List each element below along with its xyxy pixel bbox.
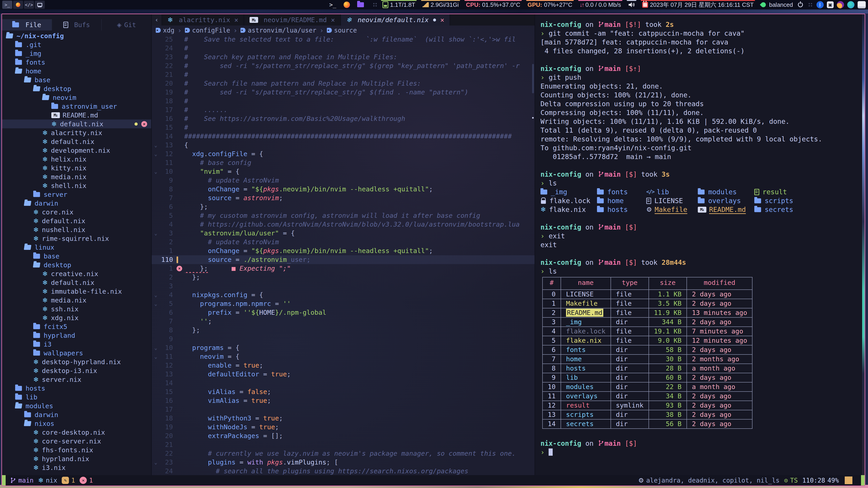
tree-item-label: rime-squirrel.nix bbox=[42, 235, 109, 242]
workspace-monitor-icon[interactable] bbox=[35, 1, 45, 9]
code-text: # ...... bbox=[184, 105, 535, 114]
screen-icon[interactable]: ▣ bbox=[827, 1, 834, 8]
bluetooth-icon[interactable]: ᛒ bbox=[816, 1, 824, 8]
buffer-tab[interactable]: M↓neovim/README.md× bbox=[244, 14, 341, 26]
tree-item[interactable]: darwin bbox=[2, 199, 151, 207]
tree-item[interactable]: ❄default.nix bbox=[2, 137, 151, 146]
diagnostic-errors[interactable]: × 1 bbox=[80, 477, 93, 484]
tree-item[interactable]: lib bbox=[2, 393, 151, 401]
tree-item[interactable]: ❄core-desktop.nix bbox=[2, 428, 151, 437]
tree-item[interactable]: .git bbox=[2, 40, 151, 49]
breadcrumb-item[interactable]: source bbox=[327, 27, 357, 34]
buffer-tab[interactable]: ❄alacritty.nix× bbox=[162, 14, 244, 26]
tree-item[interactable]: i3 bbox=[2, 340, 151, 349]
tabline-back-button[interactable]: ‹ bbox=[152, 14, 162, 26]
tree-item[interactable]: nixos bbox=[2, 419, 151, 428]
tree-item[interactable]: ❄default.nix bbox=[2, 217, 151, 225]
gutter-sign bbox=[177, 449, 184, 458]
terminal-scrollbar[interactable] bbox=[862, 14, 865, 475]
tree-item[interactable]: ❄development.nix bbox=[2, 146, 151, 155]
tree-item[interactable]: hosts bbox=[2, 384, 151, 393]
cpu-usage: CPU:01.5%+37.0°C bbox=[462, 0, 524, 9]
launcher-terminal[interactable]: >_ bbox=[326, 0, 340, 9]
tree-item[interactable]: ❄i3.nix bbox=[2, 463, 151, 472]
tree-item[interactable]: neovim bbox=[2, 93, 151, 102]
editor-scrollbar[interactable] bbox=[532, 64, 534, 93]
breadcrumb-item[interactable]: configFile bbox=[185, 27, 230, 34]
tree-tab-file[interactable]: File bbox=[2, 19, 52, 31]
tree-item[interactable]: ~/nix-config bbox=[2, 31, 151, 40]
tree-item[interactable]: server bbox=[2, 190, 151, 199]
breadcrumb-item[interactable]: xdg bbox=[156, 27, 175, 34]
tree-item[interactable]: hyprland bbox=[2, 331, 151, 340]
tree-item[interactable]: ❄shell.nix bbox=[2, 181, 151, 190]
ls-entry-label: scripts bbox=[765, 196, 793, 205]
workspace-terminal-icon[interactable]: >_ bbox=[2, 1, 12, 9]
breadcrumb-item[interactable]: astronvim/lua/user bbox=[241, 27, 316, 34]
volume-control[interactable] bbox=[625, 0, 639, 9]
tree-item[interactable]: ❄rime-squirrel.nix bbox=[2, 234, 151, 243]
tree-item[interactable]: home bbox=[2, 67, 151, 75]
diagnostic-modified[interactable]: ✎ 1 bbox=[62, 477, 75, 484]
tree-item[interactable]: M↓README.md bbox=[2, 111, 151, 120]
terminal-pane[interactable]: nix-config on main [$!] took 2s› git com… bbox=[535, 14, 865, 475]
tree-item[interactable]: desktop bbox=[2, 84, 151, 93]
tree-item[interactable]: ❄hyprland.nix bbox=[2, 454, 151, 463]
firefox-icon[interactable] bbox=[340, 0, 353, 9]
tree-item[interactable]: ❄immutable-file.nix bbox=[2, 287, 151, 296]
code-line: ⌄3 "astronvim/lua/user" = { bbox=[152, 229, 535, 238]
power-profile[interactable]: balanced bbox=[757, 0, 807, 9]
gutter-sign bbox=[177, 299, 184, 308]
tree-item[interactable]: ❄ssh.nix bbox=[2, 304, 151, 313]
code-line: 9 bbox=[152, 335, 535, 344]
tree-item[interactable]: ❄desktop-hyprland.nix bbox=[2, 357, 151, 366]
tree-item[interactable]: desktop bbox=[2, 260, 151, 269]
tree-tab-git[interactable]: ◈Git bbox=[102, 19, 151, 31]
tree-item[interactable]: _img bbox=[2, 49, 151, 58]
tree-item[interactable]: ❄core.nix bbox=[2, 207, 151, 217]
tree-item[interactable]: ❄desktop-i3.nix bbox=[2, 366, 151, 375]
tree-item[interactable]: ❄fhs-fonts.nix bbox=[2, 446, 151, 454]
shell-output: To github.com:ryan4yin/nix-config.git bbox=[540, 143, 865, 152]
gutter-sign bbox=[177, 317, 184, 326]
workspace-firefox-icon[interactable] bbox=[13, 1, 23, 9]
tree-item[interactable]: modules bbox=[2, 401, 151, 410]
close-icon[interactable]: × bbox=[234, 16, 238, 24]
code-area[interactable]: 25# Save the selected text to a file: `:… bbox=[152, 35, 535, 475]
v2raya-icon[interactable] bbox=[847, 1, 855, 8]
tree-item[interactable]: base bbox=[2, 252, 151, 260]
flameshot-icon[interactable] bbox=[837, 1, 844, 8]
tree-item[interactable]: base bbox=[2, 75, 151, 84]
tree-item[interactable]: linux bbox=[2, 243, 151, 252]
tree-item[interactable]: darwin bbox=[2, 410, 151, 419]
close-icon[interactable]: × bbox=[440, 16, 444, 24]
tree-item[interactable]: astronvim_user bbox=[2, 102, 151, 111]
error-icon: × bbox=[80, 477, 87, 484]
git-branch[interactable]: main bbox=[10, 477, 33, 484]
tree-item[interactable]: ❄creative.nix bbox=[2, 269, 151, 278]
tree-item[interactable]: wallpapers bbox=[2, 349, 151, 357]
tree-item[interactable]: ❄default.nix bbox=[2, 278, 151, 287]
code-text: "astronvim/lua/user" = { bbox=[184, 229, 535, 238]
buffer-tab[interactable]: ❄neovim/default.nix× bbox=[341, 14, 450, 26]
tree-item[interactable]: ❄helix.nix bbox=[2, 155, 151, 164]
ime-indicator[interactable] bbox=[858, 1, 866, 8]
tree-item[interactable]: fonts bbox=[2, 58, 151, 67]
ls-entry: ❄flake.nix bbox=[540, 205, 597, 214]
tree-item[interactable]: ❄media.nix bbox=[2, 172, 151, 181]
tree-item[interactable]: ❄kitty.nix bbox=[2, 164, 151, 172]
tree-item[interactable]: ❄default.nix× bbox=[2, 120, 151, 128]
tree-item[interactable]: ❄media.nix bbox=[2, 296, 151, 304]
tree-item[interactable]: ❄core-server.nix bbox=[2, 437, 151, 446]
tree-item[interactable]: ❄server.nix bbox=[2, 375, 151, 384]
line-number: 3 bbox=[160, 282, 177, 291]
tree-item[interactable]: ❄alacritty.nix bbox=[2, 128, 151, 137]
tree-tab-bufs[interactable]: Bufs bbox=[52, 19, 102, 31]
tree-item[interactable]: ❄nushell.nix bbox=[2, 225, 151, 234]
folder-icon[interactable] bbox=[353, 0, 371, 9]
tree-item[interactable]: ❄xdg.nix bbox=[2, 313, 151, 322]
close-icon[interactable]: × bbox=[331, 16, 335, 24]
nix-icon: ❄ bbox=[346, 16, 352, 24]
workspace-code-icon[interactable]: </> bbox=[24, 1, 34, 9]
tree-item[interactable]: fcitx5 bbox=[2, 322, 151, 331]
